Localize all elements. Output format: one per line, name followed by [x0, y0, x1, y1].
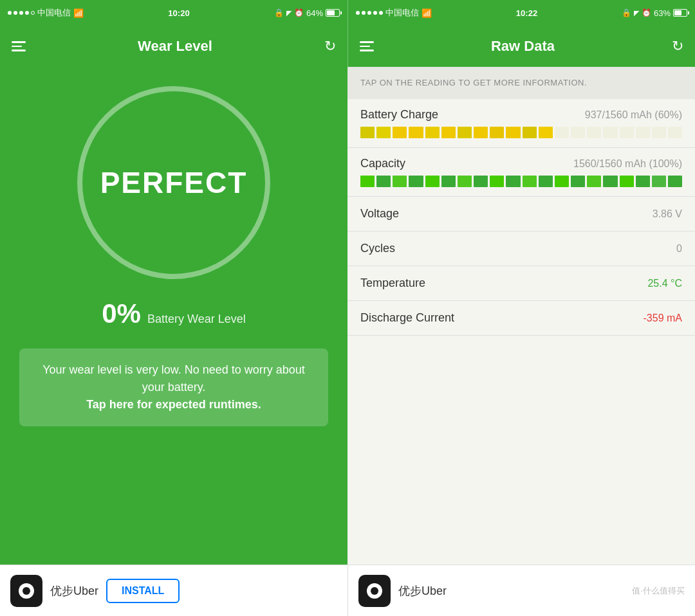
tap-hint: TAP ON THE READING TO GET MORE INFORMATI… — [348, 67, 695, 99]
right-alarm-icon: ⏰ — [642, 8, 651, 17]
perfect-label: PERFECT — [100, 165, 248, 200]
info-box[interactable]: Your wear level is very low. No need to … — [19, 349, 328, 426]
right-refresh-button[interactable]: ↻ — [672, 38, 683, 55]
watermark: 值·什么值得买 — [632, 585, 685, 597]
wear-circle: PERFECT — [77, 86, 270, 279]
right-app-name: 优步Uber — [398, 583, 447, 599]
svg-point-1 — [23, 587, 30, 595]
right-lock-icon: 🔒 — [622, 8, 631, 17]
temperature-value: 25.4 °C — [647, 278, 682, 289]
left-carrier: 中国电信 — [37, 7, 71, 19]
cycles-row[interactable]: Cycles 0 — [348, 231, 695, 266]
cycles-label: Cycles — [360, 242, 395, 255]
data-rows: Battery Charge 937/1560 mAh (60%) — [348, 99, 695, 565]
right-carrier: 中国电信 — [385, 7, 419, 19]
wear-level-panel: PERFECT 0% Battery Wear Level Your wear … — [0, 67, 348, 565]
wear-percent: 0% — [102, 298, 141, 329]
voltage-value: 3.86 V — [653, 208, 682, 220]
right-battery-percent: 63% — [654, 8, 671, 18]
left-ad: 优步Uber INSTALL — [0, 565, 348, 616]
left-lock-icon: 🔒 — [274, 8, 284, 17]
left-nav-title: Wear Level — [26, 38, 324, 55]
right-location-icon: ◤ — [634, 9, 639, 17]
right-ad: 优步Uber 值·什么值得买 — [348, 565, 695, 616]
wear-level-info: 0% Battery Wear Level — [102, 298, 245, 329]
right-menu-button[interactable] — [360, 41, 374, 51]
wear-level-label: Battery Wear Level — [147, 313, 246, 326]
temperature-row[interactable]: Temperature 25.4 °C — [348, 266, 695, 301]
right-time: 10:22 — [516, 8, 537, 18]
temperature-label: Temperature — [360, 276, 425, 290]
right-uber-icon — [358, 575, 391, 607]
left-battery-icon — [326, 9, 340, 17]
battery-charge-row[interactable]: Battery Charge 937/1560 mAh (60%) — [348, 99, 695, 148]
capacity-value: 1560/1560 mAh (100%) — [573, 158, 682, 170]
voltage-label: Voltage — [360, 207, 399, 221]
info-text: Your wear level is very low. No need to … — [39, 361, 309, 413]
left-menu-button[interactable] — [12, 41, 26, 51]
left-uber-icon — [10, 575, 42, 607]
install-button[interactable]: INSTALL — [106, 579, 180, 603]
discharge-label: Discharge Current — [360, 311, 454, 325]
battery-charge-label: Battery Charge — [360, 108, 438, 122]
battery-charge-bar — [360, 127, 682, 138]
left-time: 10:20 — [168, 8, 189, 18]
discharge-row[interactable]: Discharge Current -359 mA — [348, 301, 695, 336]
left-alarm-icon: ⏰ — [294, 8, 304, 17]
capacity-row[interactable]: Capacity 1560/1560 mAh (100%) — [348, 148, 695, 197]
voltage-row[interactable]: Voltage 3.86 V — [348, 197, 695, 231]
right-wifi-icon: 📶 — [422, 8, 432, 18]
left-wifi-icon: 📶 — [73, 8, 84, 18]
discharge-value: -359 mA — [644, 313, 682, 324]
capacity-label: Capacity — [360, 157, 405, 170]
right-nav-title: Raw Data — [374, 38, 672, 55]
raw-data-panel: TAP ON THE READING TO GET MORE INFORMATI… — [348, 67, 695, 565]
svg-point-3 — [371, 587, 378, 595]
capacity-bar — [360, 176, 682, 187]
right-battery-icon — [673, 9, 687, 17]
battery-charge-value: 937/1560 mAh (60%) — [585, 109, 682, 121]
cycles-value: 0 — [676, 243, 682, 255]
left-refresh-button[interactable]: ↻ — [324, 38, 336, 55]
left-battery-percent: 64% — [306, 8, 323, 18]
left-app-name: 优步Uber — [50, 583, 98, 599]
left-location-icon: ◤ — [286, 9, 292, 17]
